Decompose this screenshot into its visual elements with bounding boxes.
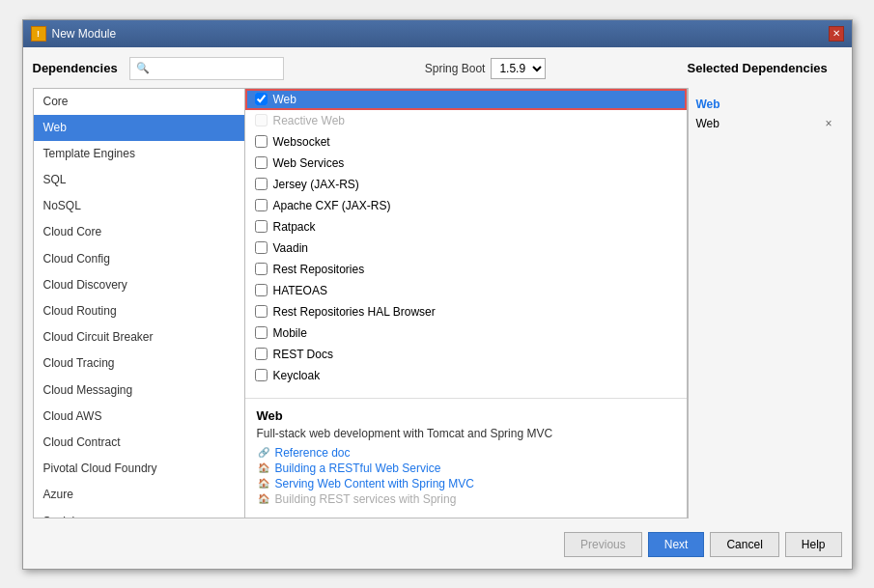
left-item-cloud-circuit-breaker[interactable]: Cloud Circuit Breaker (34, 324, 244, 350)
bottom-bar: Previous Next Cancel Help (33, 526, 842, 559)
dep-label: HATEOAS (273, 284, 327, 297)
dep-item-vaadin[interactable]: Vaadin (245, 238, 687, 259)
left-item-cloud-aws[interactable]: Cloud AWS (34, 404, 244, 430)
search-icon: 🔍 (136, 62, 150, 74)
dep-item-web-services[interactable]: Web Services (245, 153, 687, 174)
left-item-azure[interactable]: Azure (34, 482, 244, 508)
info-link-reference-doc[interactable]: 🔗Reference doc (257, 446, 675, 460)
dep-item-ratpack[interactable]: Ratpack (245, 216, 687, 238)
left-item-pivotal-cloud-foundry[interactable]: Pivotal Cloud Foundry (34, 456, 244, 482)
content-area: Dependencies 🔍 Spring Boot 1.5.9 Selecte… (23, 47, 852, 569)
dep-label: Apache CXF (JAX-RS) (273, 199, 391, 212)
info-title: Web (257, 408, 675, 423)
right-panel: Web Web× (688, 88, 842, 518)
left-item-cloud-config[interactable]: Cloud Config (34, 246, 244, 272)
info-panel: Web Full-stack web development with Tomc… (245, 399, 687, 518)
title-bar-left: ! New Module (31, 26, 117, 42)
dep-label: Jersey (JAX-RS) (273, 178, 359, 191)
search-input[interactable] (154, 62, 269, 75)
dep-label: Websocket (273, 135, 330, 149)
window-title: New Module (52, 27, 117, 41)
dep-label: REST Docs (273, 348, 333, 361)
dep-checkbox-mobile[interactable] (255, 326, 268, 339)
left-item-cloud-messaging[interactable]: Cloud Messaging (34, 378, 244, 404)
previous-button[interactable]: Previous (564, 532, 642, 557)
version-select[interactable]: 1.5.9 (491, 58, 546, 79)
dep-checkbox-rest-repositories[interactable] (255, 263, 268, 275)
selected-deps-title: Selected Dependencies (688, 61, 828, 75)
left-item-nosql[interactable]: NoSQL (34, 193, 244, 219)
close-button[interactable]: ✕ (829, 26, 844, 42)
dep-item-reactive-web[interactable]: Reactive Web (245, 110, 687, 131)
info-link-building-rest-services-with-sp: 🏠Building REST services with Spring (257, 492, 675, 506)
main-panels: CoreWebTemplate EnginesSQLNoSQLCloud Cor… (33, 88, 842, 518)
top-bar: Dependencies 🔍 Spring Boot 1.5.9 Selecte… (33, 57, 842, 80)
spring-boot-selector: Spring Boot 1.5.9 (425, 58, 547, 79)
dep-item-jersey-(jax-rs)[interactable]: Jersey (JAX-RS) (245, 174, 687, 195)
dep-label: Reactive Web (273, 114, 345, 127)
middle-panel: WebReactive WebWebsocketWeb ServicesJers… (245, 88, 688, 518)
link-icon: 🏠 (257, 477, 270, 490)
dep-item-keycloak[interactable]: Keycloak (245, 365, 687, 386)
info-link-building-a-restful-web-service[interactable]: 🏠Building a RESTful Web Service (257, 462, 675, 475)
dep-item-rest-repositories[interactable]: Rest Repositories (245, 259, 687, 280)
info-desc: Full-stack web development with Tomcat a… (257, 427, 675, 440)
left-item-sql[interactable]: SQL (34, 167, 244, 193)
spring-boot-label: Spring Boot (425, 62, 486, 75)
dep-label: Ratpack (273, 220, 316, 234)
title-bar: ! New Module ✕ (23, 20, 852, 47)
dep-label: Vaadin (273, 241, 308, 255)
dep-checkbox-reactive-web[interactable] (255, 114, 268, 126)
dep-checkbox-jersey-(jax-rs)[interactable] (255, 178, 268, 190)
dep-checkbox-vaadin[interactable] (255, 241, 268, 254)
link-text: Reference doc (275, 446, 351, 460)
deps-search-row: Dependencies 🔍 (33, 57, 284, 80)
dep-label: Web (273, 93, 296, 106)
dep-checkbox-apache-cxf-(jax-rs)[interactable] (255, 199, 268, 211)
left-item-social[interactable]: Social (34, 509, 244, 518)
remove-dep-button[interactable]: × (823, 117, 833, 130)
dep-checkbox-websocket[interactable] (255, 135, 268, 148)
dep-item-mobile[interactable]: Mobile (245, 322, 687, 344)
left-item-cloud-discovery[interactable]: Cloud Discovery (34, 272, 244, 298)
left-item-cloud-core[interactable]: Cloud Core (34, 219, 244, 245)
info-link-serving-web-content-with-sprin[interactable]: 🏠Serving Web Content with Spring MVC (257, 477, 675, 490)
dep-item-websocket[interactable]: Websocket (245, 131, 687, 153)
dep-checkbox-hateoas[interactable] (255, 284, 268, 296)
selected-category: Web (696, 98, 834, 111)
left-item-cloud-tracing[interactable]: Cloud Tracing (34, 350, 244, 377)
dep-item-rest-docs[interactable]: REST Docs (245, 344, 687, 365)
dep-checkbox-keycloak[interactable] (255, 369, 268, 381)
search-box[interactable]: 🔍 (129, 57, 284, 80)
link-icon: 🏠 (257, 462, 270, 475)
link-text: Building REST services with Spring (275, 492, 457, 506)
dep-label: Web Services (273, 156, 345, 170)
selected-dep-label: Web (696, 117, 719, 130)
window-icon: ! (31, 26, 46, 42)
right-spacer: Selected Dependencies (688, 61, 842, 75)
left-item-cloud-routing[interactable]: Cloud Routing (34, 298, 244, 324)
dep-item-hateoas[interactable]: HATEOAS (245, 280, 687, 301)
dep-item-web[interactable]: Web (245, 89, 687, 110)
dep-checkbox-web[interactable] (255, 93, 268, 105)
help-button[interactable]: Help (785, 532, 842, 557)
left-item-core[interactable]: Core (34, 89, 244, 115)
dep-checkbox-ratpack[interactable] (255, 220, 268, 233)
link-text: Building a RESTful Web Service (275, 462, 441, 475)
left-item-cloud-contract[interactable]: Cloud Contract (34, 430, 244, 456)
new-module-window: ! New Module ✕ Dependencies 🔍 Spring Boo… (22, 19, 853, 570)
left-item-template-engines[interactable]: Template Engines (34, 141, 244, 167)
link-text: Serving Web Content with Spring MVC (275, 477, 475, 490)
dep-checkbox-rest-repositories-hal-browser[interactable] (255, 305, 268, 318)
cancel-button[interactable]: Cancel (710, 532, 778, 557)
deps-label: Dependencies (33, 61, 118, 75)
dep-checkbox-web-services[interactable] (255, 156, 268, 169)
next-button[interactable]: Next (648, 532, 705, 557)
left-item-web[interactable]: Web (34, 115, 244, 141)
link-icon: 🔗 (257, 446, 270, 460)
left-panel: CoreWebTemplate EnginesSQLNoSQLCloud Cor… (33, 88, 245, 518)
dep-checkbox-rest-docs[interactable] (255, 348, 268, 360)
dep-item-apache-cxf-(jax-rs)[interactable]: Apache CXF (JAX-RS) (245, 195, 687, 216)
dep-item-rest-repositories-hal-browser[interactable]: Rest Repositories HAL Browser (245, 301, 687, 322)
selected-dep-row: Web× (696, 115, 834, 132)
